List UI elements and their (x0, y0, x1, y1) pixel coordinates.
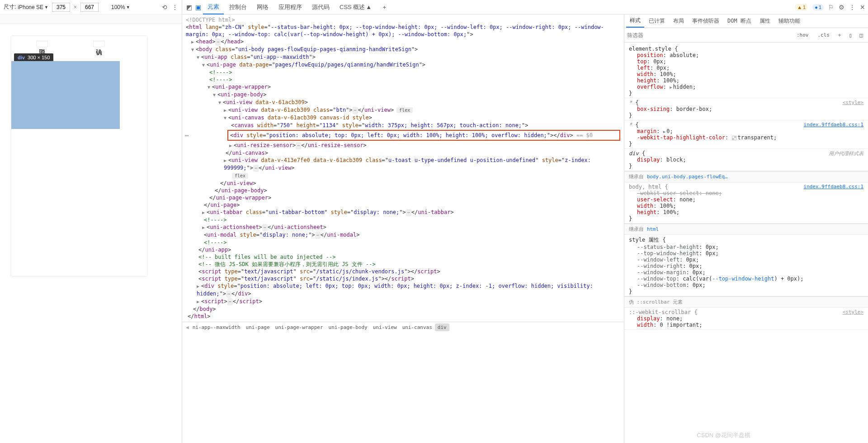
page-wrapper-tag[interactable]: ▼<uni-page-wrapper> (186, 83, 620, 91)
chevron-down-icon: ▼ (126, 5, 130, 10)
dom-tree[interactable]: <!DOCTYPE html> <html lang="zh-CN" style… (182, 14, 624, 322)
add-rule-icon[interactable]: ＋ (835, 31, 844, 39)
computed-toggle-icon[interactable]: ▯ (846, 31, 854, 39)
html-close[interactable]: </html> (186, 313, 620, 320)
rule-style-attrs[interactable]: style 属性 { --status-bar-height: 0px; --t… (624, 235, 868, 296)
script-tag[interactable]: <script type="text/javascript" src="/sta… (186, 268, 620, 275)
rule-star[interactable]: <style> * { box-sizing: border-box; } (624, 98, 868, 120)
crumb-item[interactable]: uni-page-wrapper (273, 324, 326, 331)
rule-body-html[interactable]: index.9ffdaeb8.css:1 body, html { -webki… (624, 182, 868, 224)
device-mode-icon[interactable]: ▣ (194, 3, 202, 11)
rule-star2[interactable]: index.9ffdaeb8.css:1 * { margin: ▶0; -we… (624, 120, 868, 149)
cls-button[interactable]: .cls (815, 31, 833, 39)
crumb-item-active[interactable]: div (435, 324, 449, 331)
device-viewport: 取消 确认 div 300 × 150 (0, 24, 182, 443)
tab-add[interactable]: ＋ (377, 0, 392, 14)
tab-sources[interactable]: 源代码 (307, 0, 334, 14)
filter-bar: :hov .cls ＋ ▯ ◫ (624, 28, 868, 43)
element-tooltip: div 300 × 150 (14, 53, 53, 62)
tab-dombreak[interactable]: DOM 断点 (724, 15, 755, 27)
zoom-selector[interactable]: 100% ▼ (111, 4, 130, 10)
tab-layout[interactable]: 布局 (670, 15, 688, 27)
uniapp-close[interactable]: </uni-app> (186, 246, 620, 253)
cancel-button[interactable]: 取消 (36, 41, 48, 47)
comment: <!----> (186, 216, 620, 224)
crumb-item[interactable]: uni-canvas (400, 324, 435, 331)
pseudo-label: 伪 ::scrollbar 元素 (624, 296, 868, 308)
tabbar-tag[interactable]: ▶<uni-tabbar class="uni-tabbar-bottom" s… (186, 209, 620, 216)
crumb-item[interactable]: uni-page-body (326, 324, 370, 331)
script-tag[interactable]: ▶<script>⋯</script> (186, 298, 620, 305)
filter-input[interactable] (627, 32, 791, 38)
btn-view-tag[interactable]: ▶<uni-view data-v-61acb309 class="btn">⋯… (186, 106, 620, 114)
doctype: <!DOCTYPE html> (186, 16, 620, 24)
tab-a11y[interactable]: 辅助功能 (775, 15, 804, 27)
inherit-label: 继承自 html (624, 224, 868, 235)
tab-properties[interactable]: 属性 (756, 15, 774, 27)
tab-elements[interactable]: 元素 (203, 0, 224, 14)
body-close[interactable]: </body> (186, 305, 620, 313)
selected-element[interactable]: <div style="position: absolute; top: 0px… (227, 130, 620, 141)
inspect-icon[interactable]: ◩ (185, 3, 193, 11)
tab-application[interactable]: 应用程序 (274, 0, 307, 14)
device-panel: 尺寸: iPhone SE ▼ × 100% ▼ ⟲ ⋮ 取消 确认 (0, 0, 182, 443)
script-tag[interactable]: <script type="text/javascript" src="/sta… (186, 275, 620, 282)
crumb-item[interactable]: uni-page (243, 324, 273, 331)
rule-div-ua[interactable]: 用户代理样式表 div { display: block; } (624, 149, 868, 171)
height-input[interactable] (80, 3, 99, 12)
width-input[interactable] (52, 3, 70, 12)
settings-icon[interactable]: ⚙ (839, 4, 844, 11)
tab-styles[interactable]: 样式 (626, 14, 644, 28)
tab-computed[interactable]: 已计算 (645, 15, 669, 27)
abs-div-tag[interactable]: ▶<div style="position: absolute; left: 0… (186, 282, 620, 298)
warnings-badge[interactable]: ▲ 1 (795, 4, 808, 10)
view-close[interactable]: </uni-view> (186, 180, 620, 187)
info-badge[interactable]: ● 1 (812, 4, 824, 10)
rule-scrollbar[interactable]: <style> ::-webkit-scrollbar { display: n… (624, 308, 868, 330)
tab-console[interactable]: 控制台 (225, 0, 251, 14)
resize-sensor-tag[interactable]: ▶<uni-resize-sensor>⋯</uni-resize-sensor… (186, 142, 620, 149)
styles-content[interactable]: element.style { position: absolute; top:… (624, 43, 868, 443)
confirm-button[interactable]: 确认 (93, 41, 105, 47)
crumb-item[interactable]: uni-view (370, 324, 400, 331)
toast-tag[interactable]: ▶<uni-view data-v-413e7fe0 data-v-61acb3… (186, 157, 620, 180)
more-icon[interactable]: ⋮ (849, 4, 855, 11)
whatsnew-icon[interactable]: ⚐ (828, 4, 834, 11)
zoom-value: 100% (111, 4, 125, 10)
canvas-close[interactable]: </uni-canvas> (186, 149, 620, 157)
rule-element-style[interactable]: element.style { position: absolute; top:… (624, 44, 868, 98)
crumb-item[interactable]: ni-app--maxwidth (190, 324, 243, 331)
actionsheet-tag[interactable]: ▶<uni-actionsheet>⋯</uni-actionsheet> (186, 224, 620, 231)
body-tag[interactable]: ▼<body class="uni-body pages-flowEquip-p… (186, 46, 620, 53)
head-tag[interactable]: ▶<head>⋯</head> (186, 38, 620, 46)
crumb-prev-icon[interactable]: ◀ (185, 324, 190, 330)
comment: <!----> (186, 239, 620, 246)
page-body-tag[interactable]: ▼<uni-page-body> (186, 91, 620, 99)
tab-css-overview[interactable]: CSS 概述 ▲ (335, 0, 376, 14)
dimensions-x: × (74, 4, 77, 10)
pagebody-close[interactable]: </uni-page-body> (186, 187, 620, 194)
comment: <!-- built files will be auto injected -… (186, 253, 620, 261)
uni-canvas-tag[interactable]: ▼<uni-canvas data-v-61acb309 canvas-id s… (186, 114, 620, 122)
tab-listeners[interactable]: 事件侦听器 (689, 15, 723, 27)
panel-icon[interactable]: ◫ (857, 31, 865, 39)
hov-button[interactable]: :hov (793, 31, 812, 39)
uni-page-tag[interactable]: ▼<uni-page data-page="pages/flowEquip/pa… (186, 61, 620, 69)
rotate-icon[interactable]: ⟲ (162, 4, 167, 11)
page-close[interactable]: </uni-page> (186, 201, 620, 209)
uni-app-tag[interactable]: ▼<uni-app class="uni-app--maxwidth"> (186, 53, 620, 61)
ruler (0, 14, 182, 24)
size-label: 尺寸: (4, 3, 16, 11)
devtools-panel: ◩ ▣ 元素 控制台 网络 应用程序 源代码 CSS 概述 ▲ ＋ ▲ 1 ● … (182, 0, 868, 443)
wrapper-close[interactable]: </uni-page-wrapper> (186, 194, 620, 201)
tab-network[interactable]: 网络 (252, 0, 273, 14)
more-icon[interactable]: ⋮ (172, 4, 178, 11)
device-selector[interactable]: iPhone SE ▼ (18, 4, 48, 10)
html-tag[interactable]: <html lang="zh-CN" style="--status-bar-h… (186, 24, 620, 38)
close-icon[interactable]: ✕ (860, 4, 865, 11)
uni-view-tag[interactable]: ▼<uni-view data-v-61acb309> (186, 99, 620, 106)
canvas-tag[interactable]: <canvas width="750" height="1134" style=… (186, 122, 620, 129)
chevron-down-icon: ▼ (44, 5, 48, 10)
modal-tag[interactable]: <uni-modal style="display: none;">⋯</uni… (186, 231, 620, 239)
devtools-tabs: ◩ ▣ 元素 控制台 网络 应用程序 源代码 CSS 概述 ▲ ＋ ▲ 1 ● … (182, 0, 868, 14)
